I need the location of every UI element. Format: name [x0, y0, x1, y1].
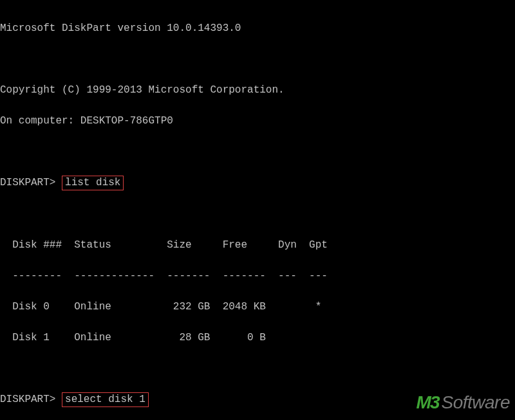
version-line: Microsoft DiskPart version 10.0.14393.0	[0, 21, 514, 36]
disk-table-divider: -------- ------------- ------- ------- -…	[0, 268, 514, 284]
cmd-list-disk[interactable]: list disk	[62, 176, 124, 190]
copyright-line: Copyright (C) 1999-2013 Microsoft Corpor…	[0, 82, 514, 98]
computer-line: On computer: DESKTOP-786GTP0	[0, 113, 514, 129]
watermark-name: Software	[442, 389, 510, 416]
prompt: DISKPART>	[0, 177, 55, 188]
disk-row-1: Disk 1 Online 28 GB 0 B	[0, 330, 514, 345]
watermark-brand: M3	[417, 389, 439, 416]
disk-table-header: Disk ### Status Size Free Dyn Gpt	[0, 237, 514, 253]
terminal-output: Microsoft DiskPart version 10.0.14393.0 …	[0, 0, 515, 420]
cmd-select-disk[interactable]: select disk 1	[62, 392, 149, 407]
disk-row-0: Disk 0 Online 232 GB 2048 KB *	[0, 299, 514, 315]
prompt: DISKPART>	[0, 394, 55, 405]
prompt-line-listdisk: DISKPART> list disk	[0, 175, 514, 191]
watermark-logo: M3 Software	[417, 389, 510, 416]
